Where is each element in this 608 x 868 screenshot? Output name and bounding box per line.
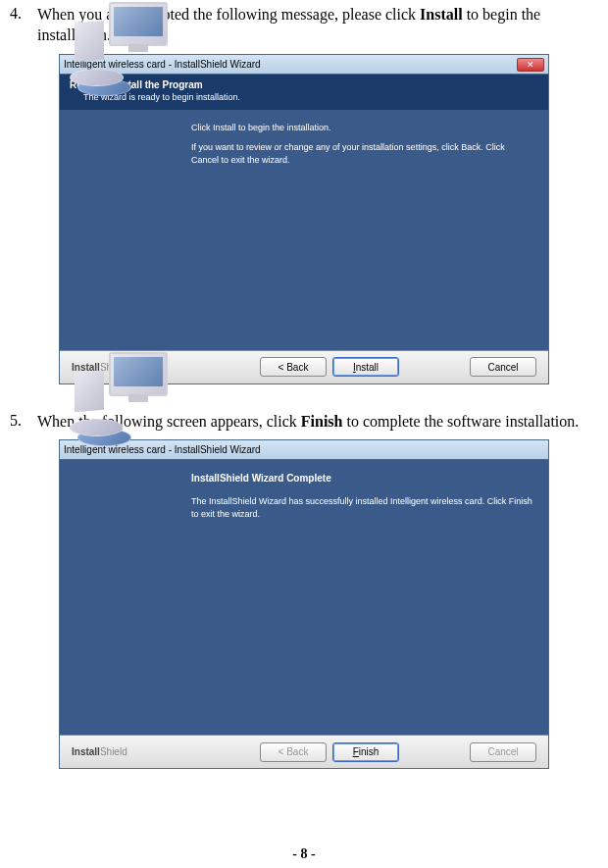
wizard-body: Click Install to begin the installation.… — [60, 110, 548, 350]
computer-discs-illustration — [70, 352, 177, 450]
box-icon — [75, 371, 104, 413]
step-text-after: to complete the software installation. — [342, 413, 579, 430]
wizard-body: InstallShield Wizard Complete The Instal… — [60, 460, 548, 735]
close-icon: ✕ — [527, 60, 534, 70]
logo-light: Shield — [100, 746, 127, 757]
computer-discs-illustration — [70, 2, 177, 100]
back-button[interactable]: < Back — [260, 357, 327, 377]
step-bold: Finish — [301, 413, 343, 430]
discs-icon — [70, 61, 138, 100]
back-button: < Back — [260, 742, 327, 762]
monitor-icon — [109, 352, 168, 396]
step-number: 4. — [10, 5, 37, 46]
wizard-body-line2: If you want to review or change any of y… — [191, 141, 532, 166]
finish-button[interactable]: Finish — [332, 742, 399, 762]
install-wizard-complete: Intelligent wireless card - InstallShiel… — [59, 439, 549, 769]
wizard-content: Click Install to begin the installation.… — [187, 110, 548, 350]
cancel-button: Cancel — [470, 742, 536, 762]
step-bold: Install — [420, 6, 463, 23]
installshield-logo: InstallShield — [72, 746, 127, 757]
install-wizard-ready: Intelligent wireless card - InstallShiel… — [59, 54, 549, 384]
install-button[interactable]: Install — [332, 357, 399, 377]
wizard-footer: InstallShield < Back Finish Cancel — [60, 735, 548, 768]
box-icon — [75, 20, 104, 62]
wizard-content: InstallShield Wizard Complete The Instal… — [187, 460, 548, 735]
wizard-complete-body: The InstallShield Wizard has successfull… — [191, 495, 532, 520]
wizard-body-line1: Click Install to begin the installation. — [191, 122, 532, 134]
cancel-button[interactable]: Cancel — [470, 357, 536, 377]
logo-bold: Install — [72, 746, 100, 757]
page-number: - 8 - — [0, 846, 608, 862]
wizard-complete-title: InstallShield Wizard Complete — [191, 472, 532, 485]
step-number: 5. — [10, 412, 37, 433]
discs-icon — [70, 411, 138, 450]
close-button[interactable]: ✕ — [517, 58, 544, 72]
monitor-icon — [109, 2, 168, 46]
